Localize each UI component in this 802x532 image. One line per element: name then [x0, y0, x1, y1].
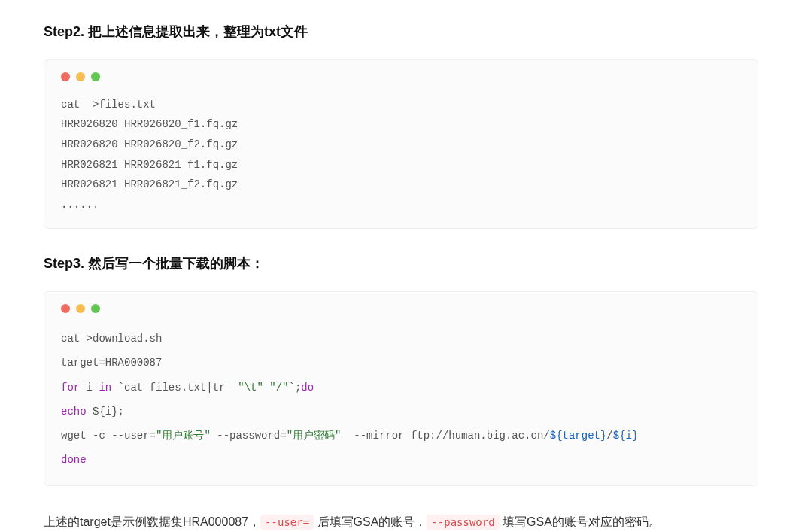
code-files-content: cat >files.txt HRR026820 HRR026820_f1.fq… [61, 95, 741, 215]
code-line-3: for i in `cat files.txt|tr "\t" "/"`;do [61, 375, 741, 400]
dot-green [91, 304, 100, 313]
dot-yellow [76, 304, 85, 313]
code-block-files: cat >files.txt HRR026820 HRR026820_f1.fq… [44, 59, 758, 230]
dot-red [61, 304, 70, 313]
code-line-2: target=HRA000087 [61, 351, 741, 375]
window-dots [61, 304, 741, 313]
dot-red [61, 72, 70, 81]
explanation-paragraph: 上述的target是示例数据集HRA000087，--user= 后填写GSA的… [44, 510, 758, 532]
code-line-4: echo ${i}; [61, 400, 741, 424]
step3-heading: Step3. 然后写一个批量下载的脚本： [44, 253, 758, 275]
step2-heading: Step2. 把上述信息提取出来，整理为txt文件 [44, 21, 758, 43]
code-line-1: cat >download.sh [61, 327, 741, 351]
window-dots [61, 72, 741, 81]
dot-green [91, 72, 100, 81]
inline-code-user: --user= [260, 515, 314, 530]
code-line-6: done [61, 448, 741, 472]
code-block-download: cat >download.sh target=HRA000087 for i … [44, 291, 758, 486]
inline-code-password: --password [427, 515, 499, 530]
code-line-5: wget -c --user="用户账号" --password="用户密码" … [61, 424, 741, 448]
dot-yellow [76, 72, 85, 81]
